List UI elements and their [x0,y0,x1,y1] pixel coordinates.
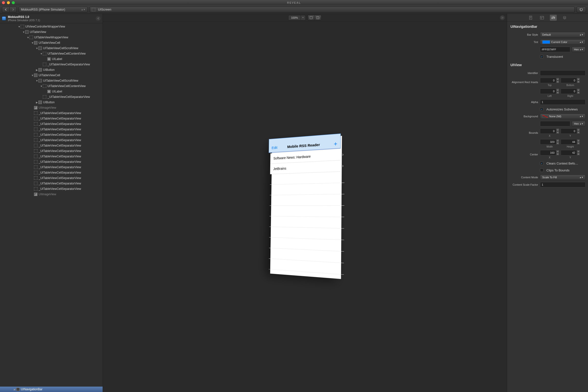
tint-format-select[interactable]: Hex▲▼ [572,47,585,52]
disclosure-triangle-icon[interactable]: ▶ [36,101,38,104]
tree-row[interactable]: ▼UITableViewCellContentView [0,51,103,56]
inset-top-input[interactable]: 0 [540,78,556,83]
zoom-dropdown-button[interactable]: ▼ [301,15,306,20]
tab-attributes[interactable] [550,15,557,21]
bar-style-select[interactable]: Default▲▼ [540,32,585,38]
disclosure-triangle-icon[interactable]: ▶ [13,388,16,391]
target-selector[interactable]: MobiusRSS (iPhone Simulator) ▲▼ [19,7,88,12]
tree-row[interactable]: ▶UIButton [0,67,103,72]
stepper[interactable]: ▲▼ [577,78,580,83]
tree-row[interactable]: _UITableViewCellSeparatorView [0,132,103,138]
tree-row[interactable]: ▼UIViewControllerWrapperView [0,24,103,29]
identifier-input[interactable] [540,70,585,76]
view-mode-2d-button[interactable] [308,15,315,20]
clears-context-checkbox[interactable]: ✓ [540,162,543,165]
tree-row[interactable]: ▼UITableViewCellContentView [0,83,103,89]
bounds-x-input[interactable]: 0 [540,128,556,134]
tint-hex-input[interactable]: #FF007AFF [540,47,570,52]
stepper[interactable]: ▲▼ [577,150,580,156]
tree-row[interactable]: UIImageView [0,105,103,110]
tree-row[interactable]: ▼UITableView [0,29,103,35]
tree-row[interactable]: _UITableViewCellSeparatorView [0,159,103,164]
disclosure-triangle-icon[interactable]: ▼ [18,25,21,28]
tree-row[interactable]: _UITableViewCellSeparatorView [0,148,103,154]
tree-row[interactable]: _UITableViewCellSeparatorView [0,127,103,132]
zoom-level[interactable]: 100% [288,15,301,20]
tree-row[interactable]: ▼UITableViewCellScrollView [0,46,103,51]
tree-row[interactable]: ▼UITableViewWrapperView [0,35,103,40]
disclosure-triangle-icon[interactable]: ▼ [36,47,38,50]
tree-row[interactable]: ▼UITableViewCell [0,40,103,46]
tree-row[interactable]: _UITableViewCellSeparatorView [0,110,103,116]
disclosure-triangle-icon[interactable]: ▼ [40,85,43,88]
stepper[interactable]: ▲▼ [556,88,559,94]
breadcrumb-bar[interactable]: UIScreen [90,7,575,12]
tree-row[interactable]: _UITableViewCellSeparatorView [0,121,103,127]
refresh-button[interactable] [577,7,586,12]
tree-row[interactable]: AUILabel [0,56,103,62]
center-x-input[interactable]: 160 [540,150,556,156]
stepper[interactable]: ▲▼ [577,128,580,134]
tree-row[interactable]: _UITableViewCellSeparatorView [0,116,103,121]
tint-select[interactable]: Current Color▲▼ [540,39,585,45]
tab-identity[interactable] [527,15,534,21]
disclosure-triangle-icon[interactable]: ▶ [36,68,38,71]
tree-row[interactable]: _UITableViewCellSeparatorView [0,170,103,175]
tree-row[interactable]: _UITableViewCellSeparatorView [0,164,103,170]
back-button[interactable] [2,7,9,12]
tree-row[interactable]: _UITableViewCellSeparatorView [0,94,103,100]
tree-row[interactable]: _UITableViewCellSeparatorView [0,62,103,67]
tree-row[interactable]: _UITableViewCellSeparatorView [0,181,103,186]
stepper[interactable]: ▲▼ [556,139,559,144]
clips-checkbox[interactable] [540,168,543,172]
zoom-window-button[interactable] [12,1,15,4]
tree-row-selected[interactable]: ▶ UINavigationBar [0,386,103,392]
disclosure-triangle-icon[interactable]: ▼ [36,80,38,82]
autoresize-checkbox[interactable]: ✓ [540,108,543,111]
collapse-sidebar-button[interactable] [96,16,101,21]
inset-bottom-input[interactable]: 0 [561,78,577,83]
disclosure-triangle-icon[interactable]: ▼ [27,36,30,39]
tree-row[interactable]: ▼UITableViewCell [0,72,103,78]
stepper[interactable]: ▲▼ [556,128,559,134]
bounds-y-input[interactable]: 0 [561,128,577,134]
disclosure-triangle-icon[interactable]: ▼ [40,52,43,55]
stepper[interactable]: ▲▼ [577,88,580,94]
stepper[interactable]: ▲▼ [556,150,559,156]
tab-layers[interactable] [561,15,568,21]
disclosure-triangle-icon[interactable]: ▼ [31,42,34,44]
expand-inspector-button[interactable] [500,15,505,20]
tree-row[interactable]: UIImageView [0,192,103,197]
stepper[interactable]: ▲▼ [577,139,580,144]
center-y-input[interactable]: 42 [561,150,577,156]
tree-row[interactable]: _UITableViewCellSeparatorView [0,138,103,143]
tree-row[interactable]: ▼UITableViewCellScrollView [0,78,103,83]
tree-row[interactable]: _UITableViewCellSeparatorView [0,154,103,159]
tree-row[interactable]: ▶UIButton [0,100,103,105]
inset-right-input[interactable]: 0 [561,88,577,94]
stepper[interactable]: ▲▼ [556,78,559,83]
content-mode-select[interactable]: Scale To Fill▲▼ [540,174,585,180]
minimize-window-button[interactable] [7,1,10,4]
background-select[interactable]: None (Nil)▲▼ [540,114,585,119]
bounds-height-input[interactable]: 44 [561,139,577,144]
tree-row[interactable]: _UITableViewCellSeparatorView [0,143,103,148]
bg-hex-input[interactable] [540,121,570,126]
alpha-input[interactable]: 1 [540,99,585,105]
forward-button[interactable] [9,7,17,12]
close-window-button[interactable] [2,1,5,4]
content-scale-input[interactable]: 1 [540,182,585,188]
tree-row[interactable]: _UITableViewCellSeparatorView [0,186,103,192]
disclosure-triangle-icon[interactable]: ▼ [31,74,34,77]
translucent-checkbox[interactable]: ✓ [540,55,543,58]
disclosure-triangle-icon[interactable]: ▼ [22,31,25,34]
bounds-width-input[interactable]: 320 [540,139,556,144]
canvas-stage[interactable]: Software News: Hardware› JetBrains› Edit… [103,22,507,392]
tree-row[interactable]: AUILabel [0,89,103,94]
inset-left-input[interactable]: 0 [540,88,556,94]
bg-format-select[interactable]: Hex▲▼ [572,121,585,126]
view-mode-3d-button[interactable] [315,15,322,20]
view-hierarchy-tree[interactable]: ▼UIViewControllerWrapperView▼UITableView… [0,23,103,386]
tab-layout[interactable] [538,15,545,21]
tree-row[interactable]: _UITableViewCellSeparatorView [0,175,103,181]
